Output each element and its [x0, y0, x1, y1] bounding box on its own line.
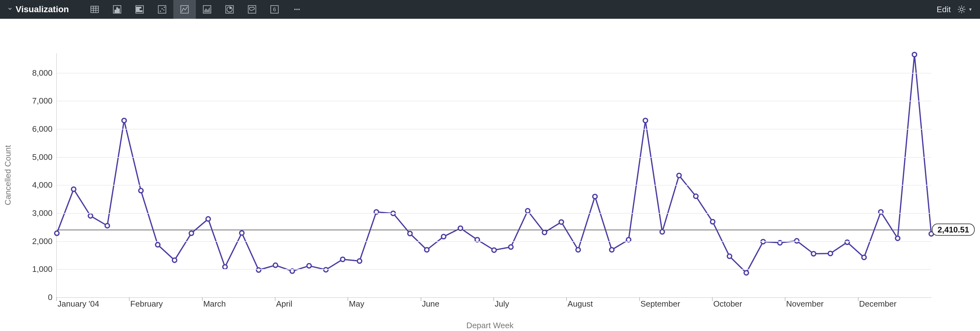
collapse-toggle[interactable] [6, 6, 14, 13]
data-point[interactable] [593, 194, 597, 199]
data-point[interactable] [240, 231, 244, 235]
toolbar-title: Visualization [16, 4, 69, 14]
plot-region[interactable] [56, 53, 931, 298]
data-point[interactable] [576, 248, 580, 252]
data-point[interactable] [105, 223, 110, 228]
x-tick [493, 297, 494, 301]
reference-line-label: 2,410.51 [932, 223, 975, 235]
svg-rect-8 [118, 9, 119, 13]
grid-line [57, 129, 931, 130]
x-tick-label: February [130, 299, 163, 309]
x-tick-label: December [859, 299, 897, 309]
data-point[interactable] [559, 220, 563, 224]
map-chart-icon[interactable] [241, 0, 263, 19]
data-point[interactable] [340, 257, 345, 262]
data-point[interactable] [273, 263, 278, 267]
y-tick-label: 4,000 [18, 180, 52, 190]
data-point[interactable] [828, 251, 833, 256]
chart-area: Cancelled Count Depart Week 01,0002,0003… [0, 19, 980, 331]
data-point[interactable] [811, 251, 816, 256]
data-point[interactable] [896, 236, 900, 241]
bar-chart-icon[interactable] [128, 0, 151, 19]
line-chart-icon[interactable] [173, 0, 196, 19]
grid-line [57, 213, 931, 214]
data-point[interactable] [643, 118, 648, 123]
data-point[interactable] [711, 220, 715, 224]
data-point[interactable] [912, 52, 916, 57]
data-point[interactable] [223, 265, 227, 269]
svg-rect-11 [136, 9, 139, 10]
x-tick-label: July [495, 299, 509, 309]
x-tick-label: March [203, 299, 226, 309]
svg-line-35 [963, 11, 964, 12]
gear-icon [957, 5, 966, 14]
data-point[interactable] [744, 270, 749, 275]
y-tick-label: 0 [18, 293, 52, 302]
y-tick-label: 7,000 [18, 96, 52, 106]
data-point[interactable] [727, 254, 732, 258]
data-point[interactable] [206, 217, 210, 221]
data-point[interactable] [357, 259, 362, 263]
single-value-icon[interactable]: 6 [263, 0, 286, 19]
y-axis-title: Cancelled Count [3, 145, 13, 205]
column-chart-icon[interactable] [106, 0, 128, 19]
x-tick-label: August [568, 299, 593, 309]
data-point[interactable] [408, 231, 412, 235]
x-tick-label: May [349, 299, 364, 309]
data-point[interactable] [172, 258, 177, 262]
grid-line [57, 157, 931, 158]
x-tick [202, 297, 203, 301]
data-point[interactable] [492, 248, 496, 252]
x-tick-label: October [713, 299, 742, 309]
data-point[interactable] [425, 248, 429, 252]
grid-line [57, 269, 931, 270]
data-point[interactable] [845, 240, 850, 244]
edit-button[interactable]: Edit [937, 5, 951, 14]
pie-chart-icon[interactable] [218, 0, 241, 19]
y-tick-label: 1,000 [18, 264, 52, 274]
table-icon[interactable] [83, 0, 106, 19]
grid-line [57, 185, 931, 185]
data-point[interactable] [694, 194, 698, 198]
scatter-chart-icon[interactable] [151, 0, 173, 19]
data-point[interactable] [677, 173, 681, 178]
reference-line [57, 230, 931, 230]
data-point[interactable] [122, 118, 126, 123]
area-chart-icon[interactable] [196, 0, 218, 19]
svg-line-36 [963, 6, 964, 8]
svg-point-29 [960, 8, 963, 11]
svg-point-16 [163, 10, 164, 11]
svg-line-37 [959, 11, 960, 12]
x-tick [56, 297, 57, 301]
data-point[interactable] [862, 255, 866, 260]
x-tick [639, 297, 640, 301]
data-point[interactable] [256, 268, 261, 272]
data-point[interactable] [509, 245, 513, 249]
svg-rect-7 [116, 8, 118, 13]
settings-menu[interactable]: ▼ [957, 5, 972, 14]
y-tick-label: 8,000 [18, 68, 52, 78]
data-point[interactable] [542, 230, 547, 235]
svg-rect-6 [115, 10, 116, 13]
data-point[interactable] [138, 188, 143, 193]
data-point[interactable] [526, 209, 530, 213]
x-tick-label: January '04 [57, 299, 99, 309]
x-tick-label: June [422, 299, 439, 309]
data-point[interactable] [189, 231, 194, 235]
grid-line [57, 101, 931, 101]
data-point[interactable] [72, 187, 76, 192]
data-point[interactable] [441, 234, 445, 239]
y-tick-label: 5,000 [18, 152, 52, 162]
svg-point-15 [161, 8, 163, 10]
more-icon[interactable] [286, 0, 308, 19]
data-point[interactable] [55, 231, 59, 235]
data-point[interactable] [307, 264, 311, 268]
data-point[interactable] [660, 230, 664, 234]
data-point[interactable] [88, 214, 93, 218]
svg-rect-12 [136, 11, 142, 12]
svg-marker-20 [204, 7, 210, 13]
data-point[interactable] [156, 243, 160, 247]
vis-type-group: 6 [83, 0, 308, 19]
data-point[interactable] [609, 248, 614, 252]
svg-text:6: 6 [273, 6, 276, 13]
